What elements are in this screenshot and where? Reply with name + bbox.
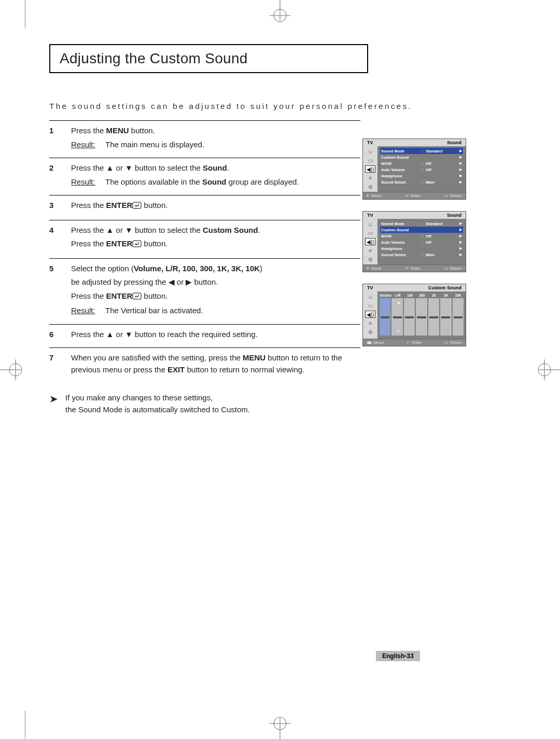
osd-row-wow: WOW:Off▶ xyxy=(380,233,463,239)
channel-icon: ✕ xyxy=(365,174,375,182)
enter-icon: ↵ xyxy=(407,340,410,345)
trim-line-bottom xyxy=(25,710,25,739)
osd-custom-sound-eq: TV Custom Sound ☺ ▭ ◀)) ✕ ⚙ Volume L/R 1… xyxy=(362,284,466,346)
eq-slider-3k xyxy=(440,298,451,336)
osd-eq-panel: Volume L/R 100 300 1K 3K 10K R L xyxy=(377,291,466,339)
step-text: When you are satisfied with the setting,… xyxy=(71,352,360,375)
sound-icon: ◀)) xyxy=(365,165,375,173)
step-result: Result: The main menu is displayed. xyxy=(71,139,360,151)
eq-slider-100 xyxy=(404,298,415,336)
eq-l-label: L xyxy=(397,329,399,332)
input-icon: ▭ xyxy=(365,229,375,236)
eq-band-label: 300 xyxy=(416,294,427,297)
input-icon: ▭ xyxy=(365,157,375,164)
eq-band-label: L/R xyxy=(393,294,403,297)
enter-icon xyxy=(132,291,142,303)
sound-icon: ◀)) xyxy=(365,238,375,245)
step-2: 2 Press the ▲ or ▼ button to select the … xyxy=(49,158,360,195)
eq-band-label: 3K xyxy=(441,294,452,297)
setup-icon: ⚙ xyxy=(365,183,375,190)
step-text: Press the ▲ or ▼ button to select the Cu… xyxy=(71,225,360,236)
step-6: 6 Press the ▲ or ▼ button to reach the r… xyxy=(49,324,360,348)
osd-row-custom-sound: Custom Sound▶ xyxy=(380,227,463,233)
osd-category-icons: ☺ ▭ ◀)) ✕ ⚙ xyxy=(363,291,377,339)
step-result: Result: The Vertical bar is activated. xyxy=(71,305,360,317)
osd-header-title: Sound xyxy=(447,213,461,218)
intro-text: The sound settings can be adjusted to su… xyxy=(49,102,511,111)
crop-mark-top xyxy=(264,0,296,31)
page-title-box: Adjusting the Custom Sound xyxy=(49,44,368,73)
step-3: 3 Press the ENTER button. xyxy=(49,195,360,220)
step-text: Press the MENU button. xyxy=(71,125,360,137)
move-icon: ✦ xyxy=(366,193,370,198)
osd-row-headphone: Headphone▶ xyxy=(380,173,463,179)
step-text: Press the ENTER button. xyxy=(71,238,360,251)
osd-row-sound-mode: Sound Mode:Standard▶ xyxy=(380,148,463,154)
enter-icon xyxy=(132,201,142,213)
step-result: Result: The options available in the Sou… xyxy=(71,176,360,188)
steps-list: 1 Press the MENU button. Result: The mai… xyxy=(49,120,360,383)
step-5: 5 Select the option (Volume, L/R, 100, 3… xyxy=(49,258,360,324)
osd-row-sound-mode: Sound Mode:Standard▶ xyxy=(380,220,463,227)
step-number: 7 xyxy=(49,352,57,378)
step-text: be adjusted by pressing the ◀ or ▶ butto… xyxy=(71,276,360,288)
return-icon: ▭ xyxy=(444,193,449,198)
move-icon: ◀▶ xyxy=(366,340,372,345)
picture-icon: ☺ xyxy=(365,220,375,228)
svg-rect-14 xyxy=(133,293,141,299)
move-icon: ✦ xyxy=(366,266,370,271)
eq-slider-10k xyxy=(453,298,464,336)
note-block: ➤ If you make any changes to these setti… xyxy=(49,392,511,415)
eq-slider-300 xyxy=(416,298,427,336)
note-text: the Sound Mode is automatically switched… xyxy=(65,404,250,416)
enter-icon: ↵ xyxy=(405,266,409,271)
svg-rect-12 xyxy=(133,202,141,208)
step-4: 4 Press the ▲ or ▼ button to select the … xyxy=(49,220,360,258)
osd-header-tv: TV xyxy=(367,140,373,145)
input-icon: ▭ xyxy=(365,302,375,309)
step-number: 4 xyxy=(49,225,57,253)
step-text: Press the ▲ or ▼ button to select the So… xyxy=(71,162,360,174)
eq-slider-lr: R L xyxy=(391,298,402,336)
eq-band-label: Volume xyxy=(380,294,391,297)
osd-category-icons: ☺ ▭ ◀)) ✕ ⚙ xyxy=(363,219,377,264)
osd-row-headphone: Headphone▶ xyxy=(380,245,463,252)
eq-band-label: 100 xyxy=(404,294,415,297)
svg-rect-13 xyxy=(133,241,141,247)
crop-mark-left xyxy=(0,354,31,385)
step-number: 2 xyxy=(49,162,57,190)
osd-footer: ✦Move ↵Enter ▭Return xyxy=(363,192,466,199)
crop-mark-bottom xyxy=(264,708,296,739)
sound-icon: ◀)) xyxy=(365,311,375,318)
step-number: 5 xyxy=(49,263,57,319)
osd-row-sound-select: Sound Select:Main▶ xyxy=(380,179,463,185)
step-text: Select the option (Volume, L/R, 100, 300… xyxy=(71,263,360,275)
osd-header-title: Custom Sound xyxy=(428,285,461,290)
step-number: 1 xyxy=(49,125,57,152)
trim-line-top xyxy=(25,0,25,29)
eq-band-label: 10K xyxy=(453,294,464,297)
setup-icon: ⚙ xyxy=(365,256,375,263)
step-7: 7 When you are satisfied with the settin… xyxy=(49,347,360,383)
osd-menu-rows: Sound Mode:Standard▶ Custom Sound▶ WOW:O… xyxy=(377,146,466,192)
enter-icon: ↵ xyxy=(405,193,409,198)
step-number: 6 xyxy=(49,329,57,343)
osd-footer: ◀▶Move ↵Enter ▭Return xyxy=(363,339,466,346)
osd-row-wow: WOW:Off▶ xyxy=(380,160,463,166)
crop-mark-right xyxy=(529,354,560,385)
step-text: Press the ENTER button. xyxy=(71,200,360,213)
eq-r-label: R xyxy=(397,301,400,305)
channel-icon: ✕ xyxy=(365,319,375,327)
step-number: 3 xyxy=(49,200,57,215)
osd-header-tv: TV xyxy=(367,285,373,290)
enter-icon xyxy=(132,239,142,251)
osd-sound-menu-1: TV Sound ☺ ▭ ◀)) ✕ ⚙ Sound Mode:Standard… xyxy=(362,138,466,200)
osd-header-tv: TV xyxy=(367,213,373,218)
return-icon: ▭ xyxy=(444,340,449,345)
osd-row-custom-sound: Custom Sound▶ xyxy=(380,154,463,160)
page-title: Adjusting the Custom Sound xyxy=(60,50,358,67)
setup-icon: ⚙ xyxy=(365,328,375,336)
step-text: Press the ▲ or ▼ button to reach the req… xyxy=(71,329,360,341)
note-icon: ➤ xyxy=(49,391,58,415)
eq-band-label: 1K xyxy=(429,294,440,297)
